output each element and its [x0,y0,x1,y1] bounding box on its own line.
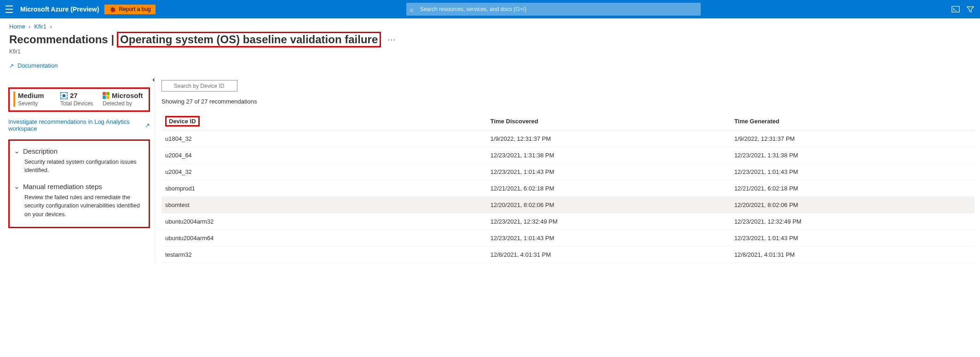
cell-time-discovered: 12/23/2021, 1:31:38 PM [487,147,731,164]
breadcrumb-resource[interactable]: Kfir1 [34,23,46,30]
table-row[interactable]: u2004_3212/23/2021, 1:01:43 PM12/23/2021… [161,164,974,180]
description-toggle[interactable]: ⌄ Description [14,147,144,155]
stat-severity-label: Severity [18,100,60,107]
column-time-discovered[interactable]: Time Discovered [487,113,731,131]
top-bar: Microsoft Azure (Preview) 🐞 Report a bug… [0,0,980,18]
report-bug-button[interactable]: 🐞 Report a bug [104,5,155,14]
breadcrumb-sep: › [50,23,52,30]
page-title-prefix: Recommendations | [9,33,114,46]
table-row[interactable]: u2004_6412/23/2021, 1:31:38 PM12/23/2021… [161,147,974,164]
chip-icon [60,92,68,99]
global-search-input[interactable] [406,3,701,16]
investigate-link[interactable]: Investigate recommendations in Log Analy… [8,118,150,132]
external-link-icon: ↗ [9,63,14,69]
cell-device-id: u2004_32 [161,164,487,180]
column-device-id[interactable]: Device ID [161,113,487,131]
external-link-icon: ↗ [145,122,150,129]
breadcrumb-home[interactable]: Home [9,23,25,30]
stat-total-devices: 27 Total Devices [60,92,103,107]
cell-device-id: u1804_32 [161,131,487,147]
filter-icon[interactable] [966,5,974,13]
cell-time-discovered: 12/23/2021, 12:32:49 PM [487,213,731,230]
table-row[interactable]: testarm3212/8/2021, 4:01:31 PM12/8/2021,… [161,247,974,263]
cell-device-id: testarm32 [161,247,487,263]
remediation-toggle[interactable]: ⌄ Manual remediation steps [14,183,144,190]
stat-total-label: Total Devices [60,100,103,107]
menu-icon[interactable] [6,5,15,14]
stat-total-value: 27 [70,92,78,99]
breadcrumb: Home › Kfir1 › [0,18,980,31]
cell-time-generated: 12/21/2021, 6:02:18 PM [731,180,974,197]
table-row[interactable]: ubuntu2004arm6412/23/2021, 1:01:43 PM12/… [161,230,974,247]
left-panel: ‹‹ Medium Severity 27 Total Devices Micr… [3,75,155,263]
page-title-highlight: Operating system (OS) baseline validatio… [117,32,381,47]
stat-severity-value: Medium [18,92,60,99]
remediation-body: Review the failed rules and remediate th… [24,193,144,218]
investigate-link-label: Investigate recommendations in Log Analy… [8,118,143,132]
cell-device-id: sbomtest [161,197,487,213]
device-search-input[interactable] [161,80,237,92]
table-row[interactable]: u1804_321/9/2022, 12:31:37 PM1/9/2022, 1… [161,131,974,147]
cell-device-id: u2004_64 [161,147,487,164]
cell-device-id: ubuntu2004arm32 [161,213,487,230]
bug-icon: 🐞 [109,6,116,13]
cell-time-discovered: 12/8/2021, 4:01:31 PM [487,247,731,263]
breadcrumb-sep: › [29,23,30,30]
collapse-panel-icon[interactable]: ‹‹ [152,75,153,84]
cell-time-generated: 12/23/2021, 12:32:49 PM [731,213,974,230]
stat-detected-value: Microsoft [112,92,143,99]
devices-table: Device ID Time Discovered Time Generated… [161,113,974,263]
chevron-down-icon: ⌄ [14,183,20,190]
stat-detected-label: Detected by [103,100,145,107]
description-remediation-box: ⌄ Description Security related system co… [8,139,150,228]
table-row[interactable]: sbomprod112/21/2021, 6:02:18 PM12/21/202… [161,180,974,197]
cell-time-generated: 12/23/2021, 1:01:43 PM [731,230,974,247]
table-row[interactable]: sbomtest12/20/2021, 8:02:06 PM12/20/2021… [161,197,974,213]
cell-device-id: sbomprod1 [161,180,487,197]
cell-time-generated: 12/20/2021, 8:02:06 PM [731,197,974,213]
column-time-generated[interactable]: Time Generated [731,113,974,131]
cell-time-generated: 1/9/2022, 12:31:37 PM [731,131,974,147]
more-actions-icon[interactable]: ⋯ [387,35,396,45]
cell-time-generated: 12/23/2021, 1:01:43 PM [731,164,974,180]
stat-severity: Medium Severity [13,92,60,107]
cell-time-generated: 12/8/2021, 4:01:31 PM [731,247,974,263]
report-bug-label: Report a bug [119,6,150,12]
cell-time-discovered: 12/21/2021, 6:02:18 PM [487,180,731,197]
right-panel: ⌕ Showing 27 of 27 recommendations Devic… [155,75,980,263]
chevron-down-icon: ⌄ [14,148,20,155]
documentation-link-row: ↗ Documentation [0,60,980,75]
documentation-link[interactable]: Documentation [17,62,58,69]
cell-time-discovered: 12/23/2021, 1:01:43 PM [487,164,731,180]
page-subtitle: Kfir1 [0,47,980,60]
svg-rect-0 [952,6,959,12]
cloud-shell-icon[interactable] [951,5,960,13]
table-row[interactable]: ubuntu2004arm3212/23/2021, 12:32:49 PM12… [161,213,974,230]
description-title: Description [23,147,58,155]
cell-time-discovered: 1/9/2022, 12:31:37 PM [487,131,731,147]
page-title-row: Recommendations | Operating system (OS) … [0,31,980,47]
stats-box: Medium Severity 27 Total Devices Microso… [8,87,150,112]
cell-time-discovered: 12/20/2021, 8:02:06 PM [487,197,731,213]
cell-time-generated: 12/23/2021, 1:31:38 PM [731,147,974,164]
showing-count: Showing 27 of 27 recommendations [161,98,974,105]
brand-label: Microsoft Azure (Preview) [20,6,99,13]
microsoft-logo-icon [103,92,110,99]
cell-time-discovered: 12/23/2021, 1:01:43 PM [487,230,731,247]
stat-detected-by: Microsoft Detected by [103,92,145,107]
remediation-title: Manual remediation steps [23,183,102,190]
cell-device-id: ubuntu2004arm64 [161,230,487,247]
description-body: Security related system configuration is… [24,158,144,174]
